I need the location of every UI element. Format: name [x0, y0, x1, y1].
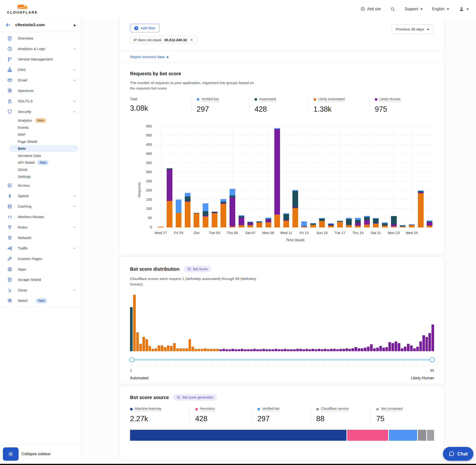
histogram-bar[interactable] [308, 349, 311, 351]
histogram-bar[interactable] [216, 349, 219, 351]
source-segment-machine-learning[interactable] [130, 430, 347, 441]
histogram-bar[interactable] [311, 349, 314, 351]
histogram-bar[interactable] [373, 348, 376, 351]
histogram-bar[interactable] [232, 349, 234, 351]
language-menu[interactable]: English [432, 7, 449, 11]
histogram-bar[interactable] [333, 349, 336, 351]
histogram-bar[interactable] [213, 349, 216, 351]
chat-button[interactable]: Chat [443, 447, 473, 461]
date-range-select[interactable]: Previous 30 days [391, 24, 434, 34]
sidebar-item-custom-pages[interactable]: Custom Pages [0, 254, 81, 264]
chevron-down-icon[interactable] [73, 68, 76, 72]
histogram-bar[interactable] [250, 349, 253, 351]
histogram-bar[interactable] [293, 349, 296, 351]
source-segment-not-computed[interactable] [427, 430, 434, 441]
histogram-bar[interactable] [342, 349, 345, 351]
sidebar-item-apps[interactable]: Apps [0, 264, 81, 275]
histogram-bar[interactable] [130, 307, 133, 351]
histogram-bar[interactable] [336, 349, 339, 351]
stat-label-text[interactable]: Likely Automated [318, 97, 345, 102]
sidebar-item-web3[interactable]: Web3New [0, 296, 81, 306]
histogram-bar[interactable] [225, 349, 228, 351]
chart-bar[interactable] [292, 190, 298, 227]
histogram-bar[interactable] [425, 337, 428, 351]
sidebar-item-traffic[interactable]: Traffic [0, 243, 81, 254]
stat-label-text[interactable]: Machine learning [135, 407, 161, 412]
histogram-bar[interactable] [229, 349, 231, 351]
histogram-bar[interactable] [358, 348, 360, 351]
add-filter-button[interactable]: + Add filter [130, 24, 159, 32]
sidebar-item-analytics[interactable]: AnalyticsBeta [0, 117, 81, 124]
histogram-bar[interactable] [419, 341, 422, 351]
stat-label-text[interactable]: Likely Human [380, 97, 401, 102]
account-menu[interactable] [459, 6, 469, 12]
histogram-bar[interactable] [142, 337, 145, 351]
chevron-down-icon[interactable] [73, 225, 76, 229]
sidebar-item-scrape-shield[interactable]: Scrape Shield [0, 275, 81, 285]
slider-track[interactable] [130, 359, 434, 360]
histogram-bar[interactable] [247, 349, 250, 351]
histogram-bar[interactable] [167, 346, 169, 351]
histogram-bar[interactable] [306, 349, 308, 351]
histogram-bar[interactable] [299, 349, 302, 351]
histogram-bar[interactable] [404, 347, 406, 351]
chart-bar[interactable] [221, 199, 226, 227]
chart-bar[interactable] [355, 218, 361, 227]
histogram-bar[interactable] [398, 343, 400, 351]
stat-label-text[interactable]: Heuristics [200, 407, 215, 412]
histogram-bar[interactable] [348, 349, 351, 351]
histogram-bar[interactable] [204, 348, 206, 351]
source-segment-verified-bot[interactable] [389, 430, 417, 441]
histogram-bar[interactable] [210, 349, 213, 351]
sidebar-item-overview[interactable]: Overview [0, 33, 81, 43]
collapse-sidebar-button[interactable]: Collapse sidebar [21, 452, 51, 456]
histogram-bar[interactable] [351, 348, 354, 351]
histogram-bar[interactable] [370, 344, 373, 351]
chevron-down-icon[interactable] [73, 194, 76, 198]
histogram-bar[interactable] [330, 349, 333, 351]
histogram-bar[interactable] [287, 349, 290, 351]
sidebar-item-page-shield[interactable]: Page Shield [0, 138, 81, 145]
chart-bar[interactable] [427, 221, 433, 227]
histogram-bar[interactable] [179, 348, 182, 351]
histogram-bar[interactable] [321, 349, 323, 351]
histogram-bar[interactable] [432, 325, 434, 351]
bot-score-generation-badge[interactable]: Bot score generation [173, 394, 217, 401]
chart-bar[interactable] [337, 221, 343, 227]
histogram-bar[interactable] [158, 346, 160, 351]
chart-bar[interactable] [158, 227, 164, 227]
chart-bar[interactable] [212, 212, 217, 227]
sidebar-item-access[interactable]: Access [0, 180, 81, 191]
histogram-bar[interactable] [161, 346, 163, 351]
histogram-bar[interactable] [324, 349, 327, 351]
chart-bar[interactable] [194, 213, 199, 227]
chevron-down-icon[interactable] [73, 204, 76, 208]
stat-label-text[interactable]: Cloudflare service [321, 407, 349, 412]
histogram-bar[interactable] [388, 342, 391, 351]
sidebar-item-zaraz[interactable]: Zaraz [0, 285, 81, 296]
histogram-bar[interactable] [339, 349, 342, 351]
chart-bar[interactable] [256, 221, 262, 227]
report-incorrect-data-link[interactable]: Report incorrect data ▶ [120, 51, 444, 63]
histogram-bar[interactable] [367, 347, 370, 351]
sidebar-item-version-management[interactable]: Version Management [0, 54, 81, 64]
bot-score-badge[interactable]: Bot Score [184, 266, 211, 272]
histogram-bar[interactable] [189, 339, 191, 351]
chevron-down-icon[interactable] [73, 288, 76, 292]
chart-bar[interactable] [409, 224, 414, 227]
sidebar-item-events[interactable]: Events [0, 124, 81, 131]
histogram-bar[interactable] [136, 332, 139, 351]
chart-bar[interactable] [203, 203, 208, 227]
histogram-bar[interactable] [186, 348, 188, 351]
chart-bar[interactable] [319, 218, 325, 227]
chevron-up-icon[interactable] [73, 110, 76, 114]
histogram-bar[interactable] [222, 349, 225, 351]
slider-handle-max[interactable] [430, 357, 435, 362]
histogram-bar[interactable] [164, 347, 167, 351]
chart-bar[interactable] [247, 222, 253, 227]
histogram-bar[interactable] [416, 347, 419, 351]
chevron-down-icon[interactable] [73, 100, 76, 103]
histogram-bar[interactable] [244, 349, 246, 351]
stat-label-text[interactable]: Not computed [381, 407, 402, 412]
histogram-bar[interactable] [281, 349, 283, 351]
